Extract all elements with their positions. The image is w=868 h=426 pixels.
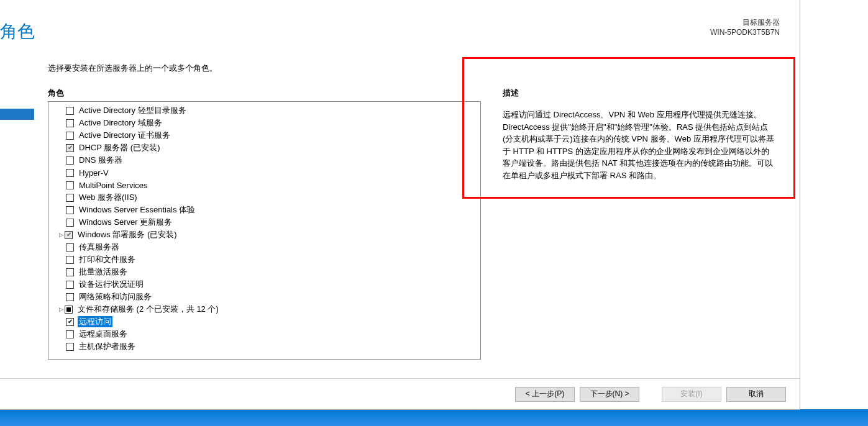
role-label: Windows Server 更新服务: [78, 217, 173, 228]
roles-label: 角色: [48, 88, 64, 99]
roles-listbox[interactable]: Active Directory 轻型目录服务Active Directory …: [48, 101, 481, 360]
role-checkbox[interactable]: [66, 169, 74, 177]
role-checkbox[interactable]: [65, 231, 73, 239]
role-label: DNS 服务器: [78, 155, 124, 166]
role-checkbox[interactable]: [66, 119, 74, 127]
role-item[interactable]: MultiPoint Services: [48, 179, 480, 191]
target-server-label: 目标服务器: [710, 17, 780, 28]
role-checkbox[interactable]: [66, 144, 74, 152]
role-item[interactable]: Hyper-V: [48, 166, 480, 179]
description-panel: 描述 远程访问通过 DirectAccess、VPN 和 Web 应用程序代理提…: [462, 57, 795, 199]
role-item[interactable]: Windows Server Essentials 体验: [48, 204, 480, 216]
role-checkbox[interactable]: [66, 281, 74, 289]
role-item[interactable]: Windows Server 更新服务: [48, 216, 480, 229]
role-label: MultiPoint Services: [78, 181, 149, 190]
target-server-name: WIN-5PODK3T5B7N: [710, 28, 780, 37]
install-button[interactable]: 安装(I): [662, 387, 721, 402]
role-item[interactable]: 远程访问: [48, 315, 480, 328]
role-item[interactable]: Active Directory 轻型目录服务: [48, 104, 480, 117]
role-checkbox[interactable]: [66, 256, 74, 264]
nav-step-highlight: [0, 109, 34, 120]
role-checkbox[interactable]: [66, 268, 74, 276]
role-item[interactable]: 打印和文件服务: [48, 253, 480, 266]
role-checkbox[interactable]: [66, 132, 74, 140]
role-label: 打印和文件服务: [78, 254, 137, 265]
role-label: 文件和存储服务 (2 个已安装，共 12 个): [76, 304, 220, 315]
role-item[interactable]: 批量激活服务: [48, 266, 480, 278]
role-label: Active Directory 轻型目录服务: [78, 105, 188, 116]
role-item[interactable]: 设备运行状况证明: [48, 278, 480, 291]
previous-button[interactable]: < 上一步(P): [515, 387, 575, 402]
role-item[interactable]: DNS 服务器: [48, 154, 480, 166]
role-label: Active Directory 证书服务: [78, 130, 171, 141]
role-checkbox[interactable]: [66, 343, 74, 351]
instruction-text: 选择要安装在所选服务器上的一个或多个角色。: [48, 63, 217, 74]
role-label: Active Directory 域服务: [78, 117, 163, 129]
role-item[interactable]: 远程桌面服务: [48, 328, 480, 340]
role-label: 设备运行状况证明: [78, 279, 145, 290]
description-text: 远程访问通过 DirectAccess、VPN 和 Web 应用程序代理提供无缝…: [503, 109, 776, 181]
expand-triangle-icon[interactable]: ▷: [57, 232, 65, 238]
role-item[interactable]: DHCP 服务器 (已安装): [48, 142, 480, 154]
expand-triangle-icon[interactable]: ▷: [57, 306, 65, 312]
role-label: 传真服务器: [78, 242, 121, 253]
cancel-button[interactable]: 取消: [726, 387, 786, 402]
role-checkbox[interactable]: [66, 206, 74, 214]
role-item[interactable]: ▷Windows 部署服务 (已安装): [48, 229, 480, 241]
role-item[interactable]: Web 服务器(IIS): [48, 191, 480, 204]
button-bar: < 上一步(P) 下一步(N) > 安装(I) 取消: [0, 378, 800, 409]
role-checkbox[interactable]: [66, 107, 74, 115]
role-label: DHCP 服务器 (已安装): [78, 142, 161, 153]
role-checkbox[interactable]: [66, 318, 74, 326]
role-item[interactable]: 主机保护者服务: [48, 340, 480, 353]
role-label: Windows 部署服务 (已安装): [76, 229, 178, 240]
role-item[interactable]: 网络策略和访问服务: [48, 291, 480, 303]
role-label: 批量激活服务: [78, 266, 129, 278]
role-label: 主机保护者服务: [78, 341, 137, 352]
role-item[interactable]: 传真服务器: [48, 241, 480, 253]
role-item[interactable]: ▷文件和存储服务 (2 个已安装，共 12 个): [48, 303, 480, 315]
role-label: 远程桌面服务: [78, 329, 129, 340]
role-item[interactable]: Active Directory 证书服务: [48, 129, 480, 142]
next-button[interactable]: 下一步(N) >: [580, 387, 639, 402]
role-checkbox[interactable]: [66, 156, 74, 165]
role-label: 网络策略和访问服务: [78, 291, 153, 302]
role-label: Hyper-V: [78, 168, 110, 178]
role-checkbox[interactable]: [66, 330, 74, 338]
role-item[interactable]: Active Directory 域服务: [48, 117, 480, 129]
role-checkbox[interactable]: [66, 243, 74, 252]
role-checkbox[interactable]: [66, 194, 74, 202]
page-title: 角色: [0, 20, 35, 43]
role-label: Web 服务器(IIS): [78, 192, 139, 203]
role-label: Windows Server Essentials 体验: [78, 204, 196, 215]
description-title: 描述: [503, 88, 776, 99]
role-label: 远程访问: [78, 316, 112, 327]
role-checkbox[interactable]: [66, 181, 74, 189]
role-checkbox[interactable]: [66, 293, 74, 301]
role-checkbox[interactable]: [65, 306, 73, 314]
role-checkbox[interactable]: [66, 219, 74, 227]
target-server-info: 目标服务器 WIN-5PODK3T5B7N: [710, 17, 780, 37]
wizard-window: 角色 目标服务器 WIN-5PODK3T5B7N 选择要安装在所选服务器上的一个…: [0, 0, 800, 410]
